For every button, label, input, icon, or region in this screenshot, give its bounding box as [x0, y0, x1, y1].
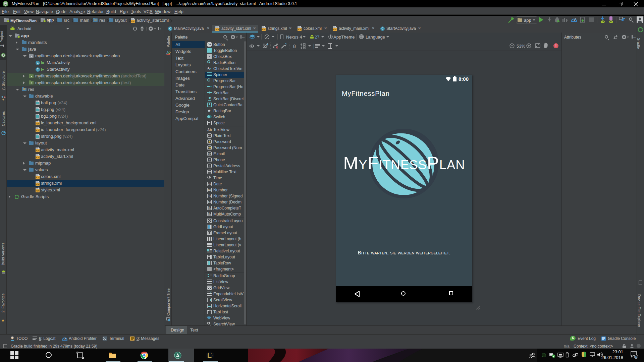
svg-text:6: 6 — [635, 355, 637, 359]
